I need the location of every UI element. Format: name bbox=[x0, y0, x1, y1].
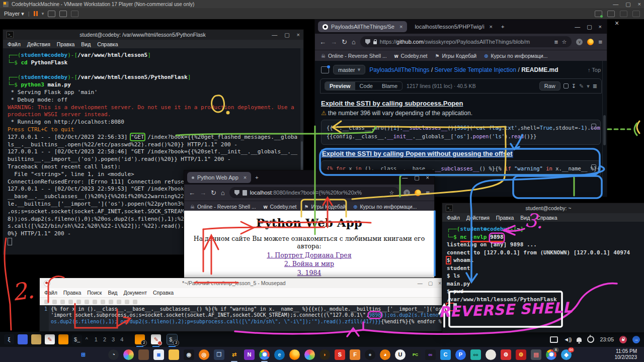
onenote-icon[interactable]: N bbox=[244, 349, 255, 360]
vscode-icon[interactable]: C bbox=[440, 349, 451, 360]
menu-item[interactable]: Справка bbox=[153, 290, 174, 296]
book-link[interactable]: 1. Портрет Дориана Грея bbox=[184, 251, 434, 259]
gray-tool-icon[interactable]: ▤ bbox=[531, 349, 541, 360]
ssti-heading-2[interactable]: Exploit the SSTI by calling Popen withou… bbox=[321, 150, 601, 157]
orange-gear-icon[interactable]: ◎ bbox=[199, 349, 209, 360]
edit-dropdown-icon[interactable]: ▾ bbox=[587, 83, 590, 89]
red-gear-icon[interactable]: ⚙ bbox=[501, 349, 511, 360]
vmware-minimize-button[interactable]: — bbox=[613, 1, 618, 7]
menu-item[interactable]: Вид bbox=[81, 41, 91, 47]
close-button[interactable]: × bbox=[438, 281, 441, 286]
vmware-close-button[interactable]: × bbox=[638, 1, 641, 7]
close-button[interactable]: × bbox=[426, 174, 429, 181]
account-icon[interactable] bbox=[587, 39, 594, 45]
back-button[interactable]: ← bbox=[319, 38, 326, 46]
terminal2-body[interactable]: ┌──(student⊛codeby)-[~]└─$ nc -nvlp 9898… bbox=[442, 222, 644, 332]
account-icon[interactable] bbox=[415, 190, 421, 196]
menu-item[interactable]: Документ bbox=[123, 290, 147, 296]
c4d-icon[interactable]: ● bbox=[365, 349, 375, 360]
close-file-icon[interactable] bbox=[76, 300, 81, 304]
terminal-running-icon[interactable]: $_2 bbox=[167, 334, 177, 344]
copy-icon[interactable] bbox=[591, 124, 596, 129]
floating-close-icon[interactable]: × bbox=[615, 19, 619, 27]
app-menu-icon[interactable]: ≡ bbox=[598, 38, 602, 46]
menu-item[interactable]: Файл bbox=[8, 41, 21, 47]
fl-studio-icon[interactable]: ◗ bbox=[319, 349, 330, 360]
tab-close-icon[interactable]: × bbox=[399, 24, 403, 30]
f-app-icon[interactable]: F bbox=[350, 349, 360, 360]
blender-icon[interactable]: ◕ bbox=[380, 349, 390, 360]
pause-button[interactable] bbox=[34, 11, 38, 16]
terminal-icon[interactable]: $_ bbox=[72, 334, 82, 344]
edit-pencil-icon[interactable]: ✎ bbox=[579, 83, 584, 89]
firefox-window-webapp[interactable]: Python Web App × + — ▢ × ← → ↻ ⌂ localho… bbox=[184, 170, 435, 283]
firefox-icon[interactable] bbox=[58, 334, 68, 344]
pause-dropdown[interactable]: ▾ bbox=[42, 11, 44, 16]
menu-item[interactable]: Файл bbox=[44, 290, 57, 296]
close-button[interactable]: × bbox=[297, 32, 300, 38]
mousepad-titlebar[interactable]: *~/Рабочий стол/tmp_lesson_5 - Mousepad … bbox=[40, 278, 445, 288]
bookmark-item[interactable]: ⊕Курсы по информаци... bbox=[353, 204, 417, 210]
vmware-workstation-icon[interactable]: ⇄ bbox=[229, 349, 239, 360]
teal-app-icon[interactable]: oo bbox=[470, 349, 481, 360]
menu-item[interactable]: Действия bbox=[27, 41, 50, 47]
bookmark-item[interactable]: wCodeby.net bbox=[394, 53, 428, 59]
mousepad-editor[interactable]: 1 {% for x in ().__class__.__base__.__su… bbox=[40, 305, 445, 331]
url-bar[interactable]: https://github.com/swisskyrepo/PayloadsA… bbox=[360, 36, 572, 47]
cut-icon[interactable] bbox=[101, 300, 105, 304]
save-icon[interactable] bbox=[60, 300, 65, 304]
workspace-switcher[interactable]: 1 2 3 4 bbox=[95, 336, 126, 342]
display-icon[interactable] bbox=[18, 334, 28, 344]
outline-icon[interactable]: ≣ bbox=[593, 83, 597, 89]
bookmark-item[interactable]: ☠Online - Reverse Shell ... bbox=[190, 204, 256, 210]
home-button[interactable]: ⌂ bbox=[352, 38, 356, 46]
guest-clock[interactable]: 23:05 bbox=[600, 336, 614, 342]
firefox-icon[interactable] bbox=[289, 349, 300, 360]
windows-clock[interactable]: 11:05 PM 10/2/2023 bbox=[615, 348, 644, 360]
text-editor-icon[interactable]: ✎ bbox=[45, 334, 55, 344]
minimize-button[interactable]: — bbox=[272, 32, 277, 38]
close-button[interactable]: × bbox=[599, 24, 602, 30]
branch-button[interactable]: master ▾ bbox=[333, 65, 365, 74]
kali-menu-icon[interactable]: ξ bbox=[4, 334, 14, 344]
tab-close-icon[interactable]: × bbox=[244, 174, 247, 180]
url-bar[interactable]: localhost:8080/index?book={%%20for%20x% … bbox=[229, 187, 399, 198]
visual-studio-icon[interactable]: ∞ bbox=[425, 349, 436, 360]
red-gear2-icon[interactable]: ⚙ bbox=[516, 349, 526, 360]
ctrl-alt-del-icon[interactable] bbox=[48, 11, 55, 17]
notifications-icon[interactable] bbox=[577, 337, 582, 342]
chrome-icon[interactable] bbox=[259, 349, 270, 360]
menu-item[interactable]: Файл bbox=[447, 215, 460, 221]
bookmark-item[interactable]: ☠Online - Reverse Shell ... bbox=[321, 53, 387, 59]
copy-icon[interactable] bbox=[591, 164, 596, 169]
pycharm-icon[interactable]: PC bbox=[410, 349, 421, 360]
sound-icon[interactable] bbox=[620, 11, 627, 17]
unity-icon[interactable] bbox=[71, 11, 78, 17]
book-link[interactable]: 3. 1984 bbox=[184, 269, 434, 277]
open-icon[interactable] bbox=[52, 300, 57, 304]
mousepad-window[interactable]: *~/Рабочий стол/tmp_lesson_5 - Mousepad … bbox=[39, 278, 446, 332]
resolve-icon[interactable] bbox=[304, 349, 315, 360]
new-icon[interactable] bbox=[44, 300, 49, 304]
maximize-button[interactable]: ▢ bbox=[284, 32, 289, 38]
maximize-button[interactable]: ▢ bbox=[414, 174, 419, 181]
vmware-cube-icon[interactable]: ❒ bbox=[214, 349, 224, 360]
raw-button[interactable]: Raw bbox=[539, 81, 560, 90]
tracking-shield-icon[interactable] bbox=[365, 39, 370, 45]
find-icon[interactable] bbox=[125, 300, 129, 304]
tracking-shield-icon[interactable] bbox=[234, 190, 239, 196]
bookmark-item[interactable]: ⚑Игры Кодебай bbox=[435, 53, 476, 59]
copy-icon[interactable] bbox=[109, 300, 113, 304]
file-explorer-icon[interactable] bbox=[169, 349, 179, 360]
menu-item[interactable]: Вид bbox=[108, 290, 117, 296]
menu-item[interactable]: Справка bbox=[536, 215, 557, 221]
bookmark-star-icon[interactable]: ☆ bbox=[562, 39, 567, 45]
new-tab-button[interactable]: + bbox=[255, 174, 258, 180]
menu-item[interactable]: Вид bbox=[520, 215, 530, 221]
code-block-1[interactable]: {{''.__class__.mro()[1].__subclasses__()… bbox=[321, 120, 601, 145]
menu-item[interactable]: Поиск bbox=[87, 290, 102, 296]
usb-icon[interactable] bbox=[607, 11, 615, 17]
github-scrollbar[interactable] bbox=[602, 61, 606, 196]
player-menu[interactable]: Player ▾ bbox=[4, 11, 24, 17]
save-as-icon[interactable] bbox=[68, 300, 73, 304]
